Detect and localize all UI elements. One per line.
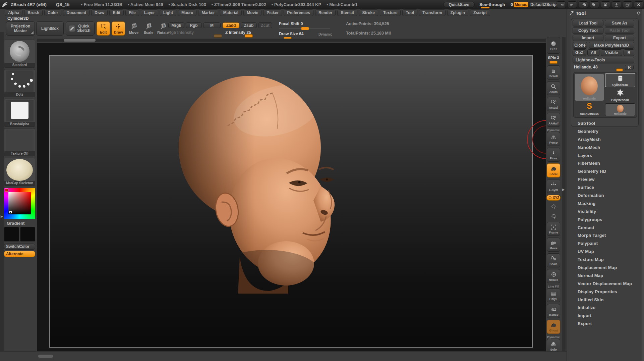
menu-item[interactable]: Draw xyxy=(91,9,108,16)
window-control-button[interactable] xyxy=(557,1,566,8)
window-control-button[interactable] xyxy=(623,1,632,8)
shelf-button[interactable]: Scale xyxy=(547,253,560,267)
menu-item[interactable]: Stencil xyxy=(337,9,357,16)
tool-section-header[interactable]: Masking xyxy=(567,200,644,208)
menu-item[interactable]: Zscript xyxy=(470,9,490,16)
rgb-intensity-slider[interactable] xyxy=(214,34,222,38)
shelf-button[interactable]: Floor xyxy=(547,148,560,162)
tool-section-header[interactable]: Polygroups xyxy=(567,216,644,224)
tool-section-header[interactable]: FiberMesh xyxy=(567,159,644,167)
export-button[interactable]: Export xyxy=(605,35,634,41)
shelf-button[interactable]: Actual xyxy=(547,97,560,111)
tool-section-header[interactable]: Normal Map xyxy=(567,272,644,280)
menu-item[interactable]: Stroke xyxy=(359,9,378,16)
goz-r-button[interactable]: R xyxy=(624,49,634,56)
tool-section-header[interactable]: SubTool xyxy=(567,119,644,127)
shelf-button[interactable]: Move xyxy=(547,238,560,252)
canvas-top-scrollbar-handle[interactable] xyxy=(64,39,96,42)
menu-item[interactable]: Material xyxy=(220,9,242,16)
secondary-color-swatch[interactable] xyxy=(20,227,35,242)
tool-thumbnail-simplebrush[interactable]: S SimpleBrush xyxy=(575,102,604,116)
menu-item[interactable]: Tool xyxy=(402,9,417,16)
saturation-value-square[interactable] xyxy=(8,192,31,214)
window-control-button[interactable] xyxy=(568,1,577,8)
shelf-button[interactable]: Local xyxy=(547,163,560,177)
tray-thumbnail[interactable]: MatCap Skeleton xyxy=(4,158,35,186)
m-button[interactable]: M xyxy=(203,22,221,28)
paste-tool-button[interactable]: Paste Tool xyxy=(605,27,634,34)
tool-section-header[interactable]: Unified Skin xyxy=(567,296,644,304)
tool-palette-header[interactable]: Tool xyxy=(567,9,644,18)
rotate-button[interactable]: Rotate xyxy=(156,22,170,35)
move-button[interactable]: Move xyxy=(127,22,140,35)
focal-shift-slider[interactable] xyxy=(301,27,309,30)
quick-sketch-button[interactable]: Quick Sketch xyxy=(66,21,95,36)
menu-item[interactable]: Alpha xyxy=(5,9,22,16)
tool-panel-scrollbar[interactable] xyxy=(642,9,644,361)
shelf-button[interactable]: XYZ xyxy=(546,195,561,201)
menu-item[interactable]: Preferences xyxy=(284,9,313,16)
tool-section-header[interactable]: NanoMesh xyxy=(567,144,644,152)
scale-button[interactable]: Scale xyxy=(142,22,155,35)
tool-section-header[interactable]: Vector Displacement Map xyxy=(567,280,644,288)
zadd-button[interactable]: Zadd xyxy=(223,22,239,28)
rgb-button[interactable]: Rgb xyxy=(186,22,202,28)
menus-button[interactable]: Menus xyxy=(514,2,528,7)
tool-section-header[interactable]: ArrayMesh xyxy=(567,136,644,144)
shelf-button[interactable]: Dynamic Persp xyxy=(547,128,560,146)
color-marker[interactable] xyxy=(9,211,12,213)
clone-button[interactable]: Clone xyxy=(573,42,587,49)
tray-thumbnail[interactable]: Standard xyxy=(4,40,35,68)
canvas-top-scrollbar[interactable] xyxy=(37,39,546,42)
default-zscript-button[interactable]: DefaultZScript xyxy=(530,2,559,7)
left-rail-expand-icon[interactable]: ▶ xyxy=(1,215,3,218)
lightbox-button[interactable]: LightBox xyxy=(36,21,64,36)
goz-button[interactable]: GoZ xyxy=(573,49,586,56)
tool-section-header[interactable]: Texture Map xyxy=(567,256,644,264)
menu-item[interactable]: Picker xyxy=(263,9,282,16)
right-rail-expand-icon[interactable]: ▶ xyxy=(562,188,565,191)
copy-tool-button[interactable]: Copy Tool xyxy=(573,27,603,34)
zcut-button[interactable]: Zcut xyxy=(258,22,272,28)
visible-button[interactable]: Visible xyxy=(601,49,622,56)
zsub-button[interactable]: Zsub xyxy=(241,22,257,28)
tool-section-header[interactable]: Layers xyxy=(567,152,644,160)
shelf-button[interactable]: Line Fill PolyF xyxy=(547,285,560,302)
tool-thumbnail-cylinder3d[interactable]: Cylinder3D xyxy=(605,73,635,87)
tool-section-header[interactable]: Surface xyxy=(567,184,644,192)
shelf-button[interactable]: AAHalf xyxy=(547,113,560,127)
tool-section-header[interactable]: Display Properties xyxy=(567,288,644,296)
window-control-button[interactable] xyxy=(634,1,643,8)
quicksave-button[interactable]: QuickSave xyxy=(443,2,475,7)
menu-item[interactable]: Render xyxy=(315,9,336,16)
menu-item[interactable]: Transform xyxy=(419,9,446,16)
canvas-bottom-scrollbar-handle[interactable] xyxy=(38,355,53,358)
tool-thumbnail-active[interactable]: Hollande xyxy=(575,74,604,101)
menu-item[interactable]: Document xyxy=(63,9,90,16)
restore-configuration-icon[interactable] xyxy=(636,11,641,16)
hue-marker[interactable] xyxy=(5,189,8,192)
current-tool-slider-track[interactable] xyxy=(574,70,623,70)
switch-color-button[interactable]: SwitchColor xyxy=(4,244,35,250)
shelf-button[interactable]: Ghost xyxy=(547,320,560,334)
shelf-button[interactable]: Zoom xyxy=(547,81,560,95)
shelf-button[interactable]: BPR xyxy=(547,37,560,54)
make-polymesh3d-button[interactable]: Make PolyMesh3D xyxy=(589,42,634,49)
shelf-button[interactable]: Scroll xyxy=(547,65,560,80)
tray-thumbnail[interactable]: BrushAlpha xyxy=(4,99,35,127)
tool-section-header[interactable]: Deformation xyxy=(567,192,644,200)
tool-section-header[interactable]: Visibility xyxy=(567,208,644,216)
tool-section-header[interactable]: UV Map xyxy=(567,248,644,256)
current-tool-r-button[interactable]: R xyxy=(625,65,634,70)
current-tool-slider[interactable] xyxy=(616,68,623,71)
shelf-button[interactable]: Dynamic Solo xyxy=(547,336,560,353)
alternate-button[interactable]: Alternate xyxy=(4,251,35,257)
color-picker[interactable] xyxy=(4,188,35,219)
sculpt-canvas[interactable] xyxy=(37,43,546,351)
tool-section-header[interactable]: Geometry HD xyxy=(567,167,644,175)
shelf-button[interactable] xyxy=(547,202,560,210)
tool-section-header[interactable]: Polypaint xyxy=(567,240,644,248)
menu-item[interactable]: Texture xyxy=(380,9,401,16)
menu-item[interactable]: Brush xyxy=(24,9,43,16)
lightbox-tools-button[interactable]: Lightbox▸Tools xyxy=(573,57,634,63)
